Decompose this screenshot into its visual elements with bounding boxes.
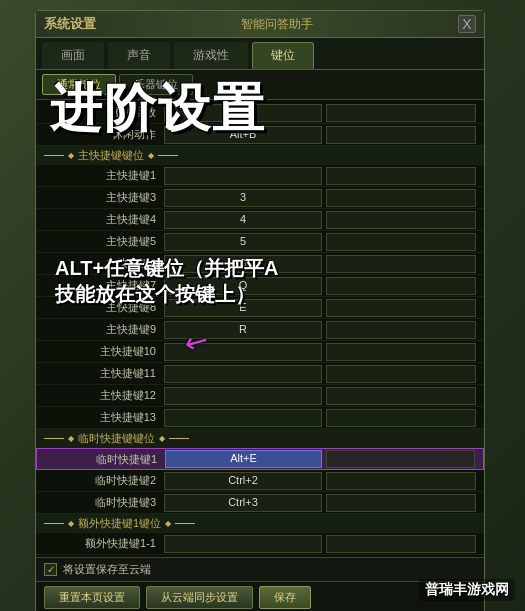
keybind-row-zk11: 主快捷键11 [36,363,484,385]
label-zk12: 主快捷键12 [44,388,164,403]
label-zk3: 主快捷键3 [44,190,164,205]
tab-jianwei[interactable]: 键位 [252,42,314,69]
watermark: 普瑞丰游戏网 [419,579,515,601]
input-zk10-2[interactable] [326,343,476,361]
input-zk12-2[interactable] [326,387,476,405]
keybind-row-zk6: 主快捷键6 6 [36,253,484,275]
input-zk4-2[interactable] [326,211,476,229]
input-zk5-1[interactable]: 5 [164,233,322,251]
reset-button[interactable]: 重置本页设置 [44,586,140,609]
section-main-keys: ◆ 主快捷键键位 ◆ [36,146,484,165]
input-zk7-1[interactable]: Q [164,277,322,295]
input-jqhf-2[interactable] [326,104,476,122]
label-zk6: 主快捷键6 [44,256,164,271]
tab-shengyin[interactable]: 声音 [108,42,170,69]
input-zk3-1[interactable]: 3 [164,189,322,207]
input-zk1-2[interactable] [326,167,476,185]
bottom-bar: 将设置保存至云端 [36,557,484,581]
label-zk8: 主快捷键8 [44,300,164,315]
panel-title: 系统设置 [44,15,96,33]
input-zk7-2[interactable] [326,277,476,295]
sync-checkbox[interactable] [44,563,57,576]
keybind-row-lsk3: 临时快捷键3 Ctrl+3 [36,492,484,514]
diamond-icon-6: ◆ [165,519,171,528]
keybind-row-zk8: 主快捷键8 E [36,297,484,319]
section-temp-keys: ◆ 临时快捷键键位 ◆ [36,429,484,448]
input-zk10-1[interactable] [164,343,322,361]
keybind-row-zk12: 主快捷键12 [36,385,484,407]
diamond-icon-2: ◆ [148,151,154,160]
label-zk9: 主快捷键9 [44,322,164,337]
label-zk1: 主快捷键1 [44,168,164,183]
input-xxdz-2[interactable] [326,126,476,144]
keybind-row-zk3: 主快捷键3 3 [36,187,484,209]
input-lsk3-2[interactable] [326,494,476,512]
close-button[interactable]: X [458,15,476,33]
action-buttons-bar: 重置本页设置 从云端同步设置 保存 [36,581,484,611]
keybind-row-zk10: 主快捷键10 [36,341,484,363]
input-zk8-2[interactable] [326,299,476,317]
section-temp-keys-label: ◆ 临时快捷键键位 ◆ [44,431,189,446]
label-jqhf: 剧情回放 [44,105,164,120]
input-zk9-2[interactable] [326,321,476,339]
diamond-icon-1: ◆ [68,151,74,160]
sub-title: 智能问答助手 [241,16,313,33]
label-zk7: 主快捷键7 [44,278,164,293]
sub-tab-bar: 通常键位 乐器键位 [36,70,484,100]
label-lsk1: 临时快捷键1 [45,452,165,467]
label-zk10: 主快捷键10 [44,344,164,359]
label-ek11: 额外快捷键1-1 [44,536,164,551]
keybind-row-ek11: 额外快捷键1-1 [36,533,484,555]
diamond-icon-5: ◆ [68,519,74,528]
input-zk3-2[interactable] [326,189,476,207]
tab-huamian[interactable]: 画面 [42,42,104,69]
input-zk1-1[interactable] [164,167,322,185]
input-zk5-2[interactable] [326,233,476,251]
label-xxdz: 休闲动作 [44,127,164,142]
sub-tab-instrument[interactable]: 乐器键位 [119,74,193,95]
save-button[interactable]: 保存 [259,586,311,609]
keybind-row-lsk2: 临时快捷键2 Ctrl+2 [36,470,484,492]
keybind-row-lsk1: 临时快捷键1 Alt+E [36,448,484,470]
input-ek11-2[interactable] [326,535,476,553]
input-xxdz-1[interactable]: Alt+B [164,126,322,144]
label-zk11: 主快捷键11 [44,366,164,381]
input-zk11-1[interactable] [164,365,322,383]
panel-header: 系统设置 智能问答助手 X [36,11,484,38]
input-zk6-2[interactable] [326,255,476,273]
section-extra-keys: ◆ 额外快捷键1键位 ◆ [36,514,484,533]
main-tab-bar: 画面 声音 游戏性 键位 [36,38,484,70]
input-zk8-1[interactable]: E [164,299,322,317]
tab-youxixing[interactable]: 游戏性 [174,42,248,69]
sync-button[interactable]: 从云端同步设置 [146,586,253,609]
settings-panel: 系统设置 智能问答助手 X 画面 声音 游戏性 键位 通常键位 乐器键位 剧情回… [35,10,485,611]
keybind-row-jqhf: 剧情回放 Alt+/ [36,102,484,124]
keybind-row-zk9: 主快捷键9 R [36,319,484,341]
input-lsk1-1[interactable]: Alt+E [165,450,322,468]
input-zk4-1[interactable]: 4 [164,211,322,229]
input-zk6-1[interactable]: 6 [164,255,322,273]
content-area: 剧情回放 Alt+/ 休闲动作 Alt+B ◆ 主快捷键键位 ◆ 主快捷键1 主… [36,100,484,557]
keybind-row-zk13: 主快捷键13 [36,407,484,429]
keybind-row-zk7: 主快捷键7 Q [36,275,484,297]
input-lsk2-2[interactable] [326,472,476,490]
keybind-row-zk5: 主快捷键5 5 [36,231,484,253]
input-zk11-2[interactable] [326,365,476,383]
input-jqhf-1[interactable]: Alt+/ [164,104,322,122]
label-zk13: 主快捷键13 [44,410,164,425]
input-lsk3-1[interactable]: Ctrl+3 [164,494,322,512]
input-zk9-1[interactable]: R [164,321,322,339]
label-zk4: 主快捷键4 [44,212,164,227]
sub-tab-normal[interactable]: 通常键位 [42,74,116,95]
input-ek11-1[interactable] [164,535,322,553]
section-main-keys-label: ◆ 主快捷键键位 ◆ [44,148,178,163]
input-lsk1-2[interactable] [326,450,475,468]
diamond-icon-3: ◆ [68,434,74,443]
input-lsk2-1[interactable]: Ctrl+2 [164,472,322,490]
input-zk13-1[interactable] [164,409,322,427]
input-zk12-1[interactable] [164,387,322,405]
input-zk13-2[interactable] [326,409,476,427]
label-lsk2: 临时快捷键2 [44,473,164,488]
keybind-row-zk4: 主快捷键4 4 [36,209,484,231]
sync-label: 将设置保存至云端 [63,562,151,577]
